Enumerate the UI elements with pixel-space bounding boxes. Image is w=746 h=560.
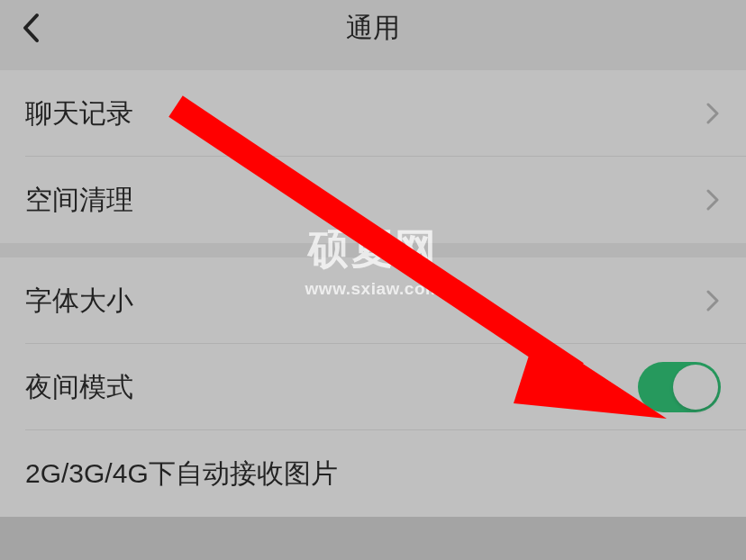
section-spacer: [0, 243, 746, 257]
row-auto-receive-images[interactable]: 2G/3G/4G下自动接收图片: [0, 430, 746, 517]
toggle-knob: [673, 365, 718, 410]
section-spacer: [0, 56, 746, 70]
row-label: 空间清理: [25, 182, 705, 219]
back-button[interactable]: [13, 10, 49, 46]
row-label: 2G/3G/4G下自动接收图片: [25, 456, 721, 492]
row-label: 夜间模式: [25, 369, 638, 406]
night-mode-toggle[interactable]: [638, 362, 721, 412]
row-label: 字体大小: [25, 283, 705, 320]
chevron-right-icon: [705, 100, 721, 127]
chevron-left-icon: [22, 13, 40, 43]
chevron-right-icon: [705, 287, 721, 314]
row-chat-history[interactable]: 聊天记录: [0, 70, 746, 157]
settings-group-1: 聊天记录 空间清理: [0, 70, 746, 243]
header-bar: 通用: [0, 0, 746, 56]
page-title: 通用: [0, 10, 746, 47]
row-night-mode: 夜间模式: [0, 344, 746, 430]
row-font-size[interactable]: 字体大小: [0, 257, 746, 344]
settings-screen: 通用 聊天记录 空间清理 字体大小: [0, 0, 746, 560]
settings-group-2: 字体大小 夜间模式 2G/3G/4G下自动接收图片: [0, 257, 746, 517]
row-label: 聊天记录: [25, 95, 705, 132]
chevron-right-icon: [705, 186, 721, 213]
row-storage-cleanup[interactable]: 空间清理: [0, 157, 746, 243]
